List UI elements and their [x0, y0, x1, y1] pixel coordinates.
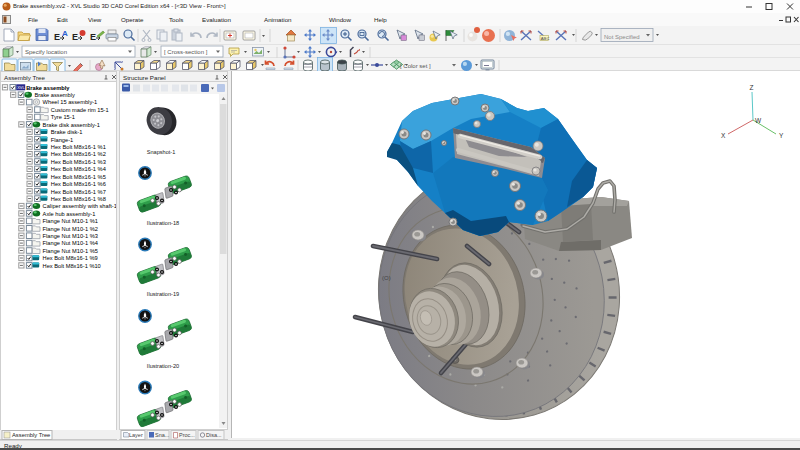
- svg-text:Brake disk assembly-1: Brake disk assembly-1: [43, 122, 100, 128]
- svg-text:Hex Bolt M8x16-1 %10: Hex Bolt M8x16-1 %10: [43, 263, 101, 269]
- svg-text:Ilustration-18: Ilustration-18: [147, 220, 179, 226]
- svg-text:Hex Bolt M8x16-1 %3: Hex Bolt M8x16-1 %3: [51, 159, 106, 165]
- svg-text:Layer: Layer: [129, 432, 143, 438]
- svg-text:Hex Bolt M8x16-1 %6: Hex Bolt M8x16-1 %6: [51, 181, 106, 187]
- svg-text:Hex Bolt M8x16-1 %8: Hex Bolt M8x16-1 %8: [51, 196, 106, 202]
- svg-text:E: E: [54, 32, 60, 42]
- svg-text:[ Color set ]: [ Color set ]: [400, 63, 431, 69]
- svg-text:Proc...: Proc...: [179, 432, 195, 438]
- svg-text:ABC: ABC: [541, 36, 550, 41]
- svg-text:Flange-1: Flange-1: [51, 137, 73, 143]
- svg-text:Flange Nut M10-1 %4: Flange Nut M10-1 %4: [43, 240, 98, 246]
- svg-text:Brake disk-1: Brake disk-1: [51, 129, 83, 135]
- svg-text:W: W: [755, 117, 762, 124]
- svg-text:Ilustration-20: Ilustration-20: [147, 363, 179, 369]
- svg-text:Caliper assembly with shaft-1: Caliper assembly with shaft-1: [43, 203, 116, 209]
- svg-text:Y: Y: [779, 132, 784, 139]
- svg-text:E: E: [90, 32, 96, 42]
- svg-text:Assembly Tree: Assembly Tree: [12, 432, 50, 438]
- svg-text:A: A: [62, 29, 68, 38]
- svg-text:(O): (O): [382, 275, 391, 281]
- svg-text:Hex Bolt M8x16-1 %5: Hex Bolt M8x16-1 %5: [51, 174, 106, 180]
- svg-text:Ilustration-19: Ilustration-19: [147, 291, 179, 297]
- svg-text:Wheel 15 assembly-1: Wheel 15 assembly-1: [43, 99, 98, 105]
- svg-text:Axle hub assembly-1: Axle hub assembly-1: [43, 211, 96, 217]
- svg-text:XVL: XVL: [17, 85, 25, 90]
- svg-text:Hex Bolt M8x16-1 %7: Hex Bolt M8x16-1 %7: [51, 189, 106, 195]
- svg-text:E: E: [72, 32, 78, 42]
- svg-text:X: X: [721, 132, 726, 139]
- svg-text:Tyre 15-1: Tyre 15-1: [51, 114, 75, 120]
- svg-text:Hex Bolt M8x16-1 %9: Hex Bolt M8x16-1 %9: [43, 255, 98, 261]
- svg-text:Hex Bolt M8x16-1 %1: Hex Bolt M8x16-1 %1: [51, 144, 106, 150]
- svg-text:Hex Bolt M8x16-1 %2: Hex Bolt M8x16-1 %2: [51, 151, 106, 157]
- svg-text:Flange Nut M10-1 %1: Flange Nut M10-1 %1: [43, 218, 98, 224]
- svg-text:Brake assembly: Brake assembly: [26, 85, 70, 91]
- svg-text:Custom made rim 15-1: Custom made rim 15-1: [51, 107, 109, 113]
- svg-text:[ Cross-section ]: [ Cross-section ]: [164, 49, 208, 55]
- svg-text:Disa...: Disa...: [206, 432, 222, 438]
- svg-text:Z: Z: [750, 84, 754, 91]
- svg-text:Flange Nut M10-1 %3: Flange Nut M10-1 %3: [43, 233, 98, 239]
- svg-text:Hex Bolt M8x16-1 %4: Hex Bolt M8x16-1 %4: [51, 166, 106, 172]
- svg-text:Snapshot-1: Snapshot-1: [147, 149, 176, 155]
- svg-text:Sna...: Sna...: [155, 432, 170, 438]
- svg-text:Specify location: Specify location: [25, 49, 67, 55]
- svg-text:Flange Nut M10-1 %2: Flange Nut M10-1 %2: [43, 226, 98, 232]
- svg-text:Brake assembly: Brake assembly: [34, 92, 75, 98]
- svg-text:Flange Nut M10-1 %5: Flange Nut M10-1 %5: [43, 248, 98, 254]
- svg-text:Not Specified: Not Specified: [604, 34, 640, 40]
